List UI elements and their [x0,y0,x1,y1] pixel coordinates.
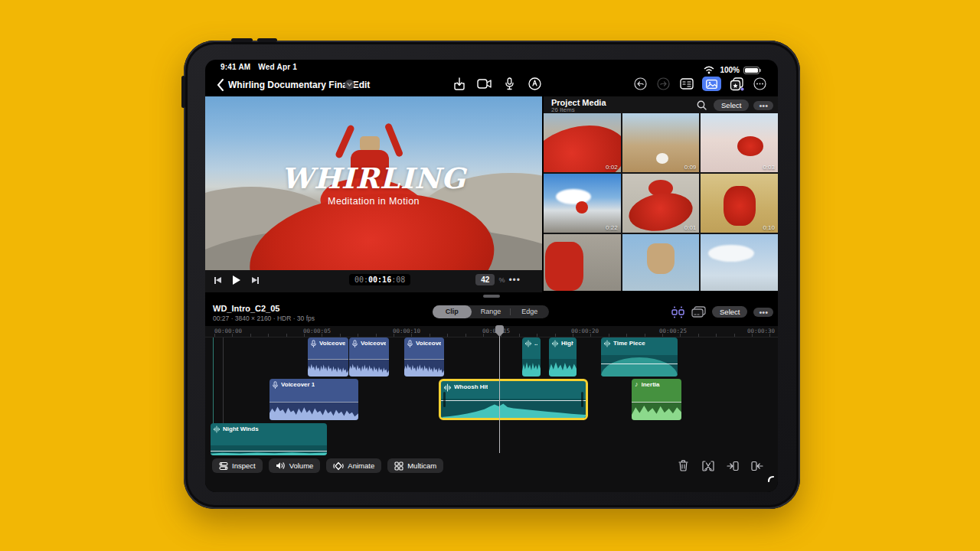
bottom-toolbar: Inspect Volume Animate Multicam [205,455,778,492]
media-thumbnail[interactable] [544,234,621,291]
project-media-panel: Project Media 26 Items Select ••• 0:02 0… [544,96,778,291]
media-select-button[interactable]: Select [714,99,749,111]
overwrite-icon[interactable] [691,305,706,319]
more-icon[interactable] [753,77,767,91]
export-icon[interactable] [452,77,466,91]
volume-button[interactable]: Volume [269,458,321,473]
video-title-text: WHIRLING [205,161,542,195]
ruler-label: 00:00:25 [659,328,687,334]
timeline-more-icon[interactable]: ••• [753,308,773,317]
media-thumbnail[interactable]: 0:02 [544,113,621,172]
playhead[interactable] [499,326,500,453]
trash-icon[interactable] [676,458,691,473]
media-thumbnail[interactable]: 0:09 [622,113,700,172]
transport-bar: 00:00:16:08 42 % ••• [205,270,542,292]
dervish-figure [384,122,404,158]
effects-icon[interactable] [730,77,744,91]
media-more-icon[interactable]: ••• [753,101,773,110]
zoom-unit: % [498,276,505,284]
search-icon[interactable] [694,98,709,112]
timeline-clip[interactable]: Time Piece [601,337,678,377]
media-thumbnail[interactable] [701,234,778,291]
timeline-select-button[interactable]: Select [712,306,747,318]
panel-resize-handle[interactable] [483,295,500,298]
insert-clip-icon[interactable] [725,458,740,473]
timeline-header: WD_Intro_C2_05 00:27 · 3840 × 2160 · HDR… [205,302,778,326]
mode-edge[interactable]: Edge [510,305,549,318]
timeline-clip[interactable]: High... [549,337,577,377]
app-toolbar: Whirling Documentary Final Edit [205,73,778,96]
timecode-display: 00:00:16:08 [349,274,410,285]
animate-button[interactable]: Animate [326,458,381,473]
mode-range[interactable]: Range [472,305,511,318]
volume-up-button[interactable] [231,38,253,42]
media-grid: 0:02 0:09 0:03 0:22 0:01 0:10 [544,113,778,291]
connect-clip-icon[interactable] [671,305,685,319]
media-item-count: 26 Items [551,106,575,113]
timeline-clip[interactable]: Night Winds [211,423,327,455]
camera-icon[interactable] [477,77,492,91]
mode-clip[interactable]: Clip [433,305,472,318]
ruler-label: 00:00:20 [571,328,599,334]
undo-icon[interactable] [633,77,648,91]
power-button[interactable] [181,76,185,108]
skip-back-icon[interactable] [214,277,221,284]
ruler-label: 00:00:00 [214,328,242,334]
battery-icon [743,67,760,74]
draw-icon[interactable] [528,77,542,91]
status-bar: 9:41 AM Wed Apr 1 100% [205,60,778,73]
ruler-label: 00:00:30 [747,328,775,334]
timeline-clip[interactable]: Voiceover 2 [349,337,389,377]
edit-mode-segmented-control: Clip Range Edge [433,305,549,318]
ruler-label: 00:00:05 [303,328,331,334]
timeline-tracks[interactable]: Voiceover 2 Voiceover 2 Voiceover 3 ... [205,337,778,455]
timeline-clip[interactable]: ♪ Inertia [632,379,681,420]
media-thumbnail[interactable]: 0:03 [701,113,778,172]
blade-icon[interactable] [701,458,715,473]
trim-handle-right[interactable] [581,392,583,407]
viewer-more-icon[interactable]: ••• [508,275,521,285]
timeline-clip[interactable]: ... [522,337,541,377]
media-thumbnail[interactable] [622,234,700,291]
timeline-clip[interactable]: Voiceover 3 [404,337,444,377]
viewer[interactable]: WHIRLING Meditation in Motion [205,96,542,270]
timeline-clip-meta: 00:27 · 3840 × 2160 · HDR · 30 fps [213,315,315,322]
screen: 9:41 AM Wed Apr 1 100% Whirling Document… [205,60,778,492]
timeline-clip-selected[interactable]: Whoosh Hit [439,379,588,420]
timeline-ruler[interactable]: 00:00:00 00:00:05 00:00:10 00:00:15 00:0… [205,326,778,337]
media-thumbnail[interactable]: 0:22 [544,174,621,233]
ipad-device: 9:41 AM Wed Apr 1 100% Whirling Document… [184,41,800,509]
inspector-icon[interactable] [679,77,694,91]
media-browser-icon[interactable] [702,77,721,91]
inspect-button[interactable]: Inspect [212,458,263,473]
timeline-clip[interactable]: Voiceover 1 [270,379,358,420]
trim-handle-left[interactable] [443,392,446,407]
chevron-down-icon[interactable] [345,80,354,90]
skip-forward-icon[interactable] [252,277,259,284]
zoom-level-value[interactable]: 42 [475,274,495,285]
corner-drag-indicator[interactable] [763,471,775,486]
redo-icon[interactable] [656,77,671,91]
timeline-clip-name: WD_Intro_C2_05 [213,304,279,313]
mic-icon[interactable] [502,77,517,91]
back-icon[interactable] [213,77,227,92]
play-icon[interactable] [233,276,240,285]
timeline-clip[interactable]: Voiceover 2 [308,337,348,377]
date: Wed Apr 1 [258,63,297,71]
media-thumbnail[interactable]: 0:10 [701,174,778,233]
ruler-label: 00:00:10 [393,328,420,334]
media-thumbnail[interactable]: 0:01 [622,174,700,233]
video-subtitle-text: Meditation in Motion [205,196,542,207]
multicam-button[interactable]: Multicam [387,458,443,473]
volume-down-button[interactable] [257,38,277,42]
clock: 9:41 AM [220,63,250,71]
